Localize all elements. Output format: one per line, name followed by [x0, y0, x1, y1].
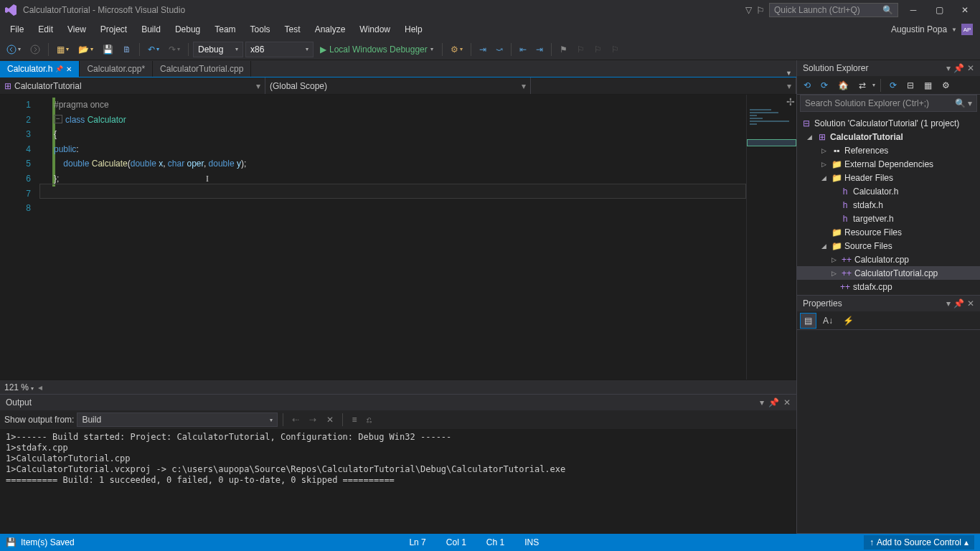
panel-close-icon[interactable]: ✕	[967, 63, 974, 73]
close-tab-icon[interactable]: ✕	[66, 65, 72, 73]
vs-logo-icon	[4, 4, 17, 17]
feedback-icon[interactable]: ⚐	[756, 5, 765, 16]
tree-file-node[interactable]: ++stdafx.cpp	[797, 280, 980, 293]
quick-launch-input[interactable]: Quick Launch (Ctrl+Q) 🔍	[769, 3, 898, 17]
se-showall-icon[interactable]: ▦	[920, 78, 936, 93]
se-refresh-icon[interactable]: ⟳	[886, 78, 900, 93]
user-account[interactable]: Augustin Popa ▼ AP	[891, 24, 977, 35]
nav-member-combo[interactable]: ▾	[531, 77, 796, 94]
minimap-viewport[interactable]	[747, 139, 796, 146]
panel-pin-icon[interactable]: 📌	[768, 397, 779, 408]
bookmark-icon[interactable]: ⚑	[556, 42, 571, 57]
menu-project[interactable]: Project	[93, 22, 134, 37]
tree-file-node[interactable]: ▷++Calculator.cpp	[797, 253, 980, 266]
output-source-combo[interactable]: Build▾	[77, 413, 278, 427]
add-source-control-button[interactable]: ↑ Add to Source Control ▴	[864, 535, 974, 550]
document-tab[interactable]: Calculator.cpp*	[80, 61, 153, 77]
maximize-button[interactable]: ▢	[928, 5, 950, 15]
menu-edit[interactable]: Edit	[31, 22, 60, 37]
menu-file[interactable]: File	[3, 22, 31, 37]
solution-tree[interactable]: ⊟Solution 'CalculatorTutorial' (1 projec…	[797, 115, 980, 295]
undo-button[interactable]: ↶▾	[144, 42, 163, 57]
output-text[interactable]: 1>------ Build started: Project: Calcula…	[0, 429, 796, 534]
panel-pin-icon[interactable]: 📌	[953, 63, 964, 73]
folder-icon: 📁	[831, 173, 842, 183]
tree-resource-files-node[interactable]: 📁Resource Files	[797, 225, 980, 239]
bookmark-clear-icon: ⚐	[608, 42, 623, 57]
props-categorized-icon[interactable]: ▤	[800, 313, 816, 329]
menu-analyze[interactable]: Analyze	[308, 22, 353, 37]
code-minimap[interactable]: ✢	[746, 95, 796, 380]
tree-references-node[interactable]: ▷▪▪References	[797, 143, 980, 157]
project-icon: ⊞	[4, 81, 11, 91]
close-button[interactable]: ✕	[954, 5, 976, 15]
platform-combo[interactable]: x86▾	[245, 42, 314, 57]
code-editor[interactable]: 12345678 I #pragma once−class Calculator…	[0, 95, 796, 380]
menu-build[interactable]: Build	[134, 22, 168, 37]
output-goto-icon[interactable]: ⎌	[363, 413, 375, 427]
step-into-icon[interactable]: ⇥	[476, 42, 490, 57]
se-home-icon[interactable]: 🏠	[834, 78, 852, 93]
tree-source-files-node[interactable]: ◢📁Source Files	[797, 239, 980, 253]
hscroll-left-icon[interactable]: ◂	[38, 382, 42, 392]
panel-menu-icon[interactable]: ▾	[946, 63, 951, 73]
notifications-icon[interactable]: ▽	[745, 5, 752, 15]
props-events-icon[interactable]: ⚡	[839, 314, 857, 328]
start-debug-button[interactable]: ▶ Local Windows Debugger ▾	[316, 44, 438, 55]
tree-solution-node[interactable]: ⊟Solution 'CalculatorTutorial' (1 projec…	[797, 116, 980, 130]
indent-icon[interactable]: ⇥	[532, 42, 547, 57]
pin-icon[interactable]: 📌	[55, 65, 63, 72]
tree-project-node[interactable]: ◢⊞CalculatorTutorial	[797, 130, 980, 143]
output-wrap-icon[interactable]: ≡	[348, 413, 360, 427]
document-tab[interactable]: CalculatorTutorial.cpp	[153, 61, 251, 77]
tab-overflow-button[interactable]: ▼	[781, 70, 796, 77]
menu-test[interactable]: Test	[278, 22, 308, 37]
menu-debug[interactable]: Debug	[168, 22, 207, 37]
user-avatar-icon: AP	[961, 24, 973, 35]
document-tab[interactable]: Calculator.h 📌 ✕	[0, 61, 80, 77]
nav-scope-combo[interactable]: (Global Scope)▾	[265, 77, 531, 94]
se-properties-icon[interactable]: ⚙	[938, 78, 953, 93]
open-file-button[interactable]: 📂▾	[75, 42, 97, 57]
panel-close-icon[interactable]: ✕	[783, 397, 791, 408]
tree-header-files-node[interactable]: ◢📁Header Files	[797, 171, 980, 184]
nav-project-combo[interactable]: ⊞ CalculatorTutorial▾	[0, 77, 265, 94]
tree-file-node[interactable]: htargetver.h	[797, 212, 980, 225]
new-project-button[interactable]: ▦▾	[53, 42, 72, 57]
menu-team[interactable]: Team	[207, 22, 242, 37]
se-sync-icon[interactable]: ⇄	[855, 78, 870, 93]
tree-file-node[interactable]: hstdafx.h	[797, 198, 980, 212]
cpp-file-icon: ++	[842, 268, 852, 278]
toolbar-process-button[interactable]: ⚙▾	[447, 42, 466, 57]
redo-button[interactable]: ↷▾	[165, 42, 184, 57]
nav-fwd-button[interactable]	[27, 42, 44, 57]
panel-menu-icon[interactable]: ▾	[760, 397, 764, 408]
solution-explorer-search[interactable]: Search Solution Explorer (Ctrl+;)🔍 ▾	[800, 95, 977, 112]
menu-view[interactable]: View	[60, 22, 93, 37]
properties-toolbar: ▤ A↓ ⚡	[797, 311, 980, 330]
config-combo[interactable]: Debug▾	[193, 42, 243, 57]
panel-pin-icon[interactable]: 📌	[953, 298, 964, 309]
outdent-icon[interactable]: ⇤	[516, 42, 530, 57]
tree-external-deps-node[interactable]: ▷📁External Dependencies	[797, 157, 980, 171]
props-alpha-icon[interactable]: A↓	[819, 314, 837, 328]
save-all-button[interactable]: 🗎	[119, 42, 135, 57]
menu-window[interactable]: Window	[352, 22, 397, 37]
menu-help[interactable]: Help	[397, 22, 430, 37]
step-over-icon[interactable]: ⤻	[492, 42, 507, 57]
editor-zoom-bar: 121 % ▾ ◂	[0, 380, 796, 394]
split-icon[interactable]: ✢	[786, 96, 795, 108]
tree-file-node[interactable]: ▷++CalculatorTutorial.cpp	[797, 266, 980, 280]
zoom-combo[interactable]: 121 % ▾	[4, 382, 34, 392]
output-clear-icon[interactable]: ✕	[323, 413, 337, 427]
nav-back-button[interactable]: ▾	[3, 42, 24, 57]
save-button[interactable]: 💾	[99, 42, 117, 57]
se-fwd-icon[interactable]: ⟳	[817, 78, 831, 93]
panel-close-icon[interactable]: ✕	[967, 298, 974, 309]
se-collapse-icon[interactable]: ⊟	[903, 78, 918, 93]
menu-tools[interactable]: Tools	[243, 22, 278, 37]
minimize-button[interactable]: ─	[903, 5, 924, 15]
se-back-icon[interactable]: ⟲	[800, 78, 814, 93]
tree-file-node[interactable]: hCalculator.h	[797, 184, 980, 198]
panel-menu-icon[interactable]: ▾	[946, 298, 951, 309]
